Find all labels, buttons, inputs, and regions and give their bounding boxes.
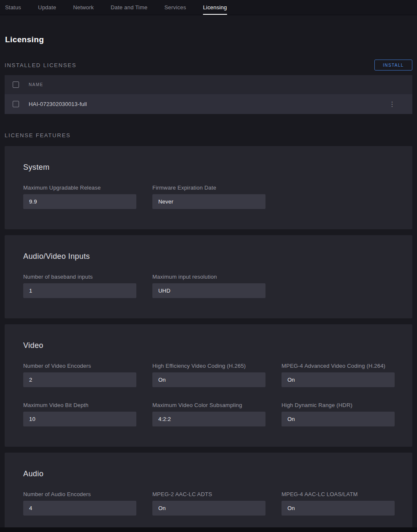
card-system: System Maximum Upgradable Release 9.9 Fi… (5, 146, 412, 229)
tab-date-and-time[interactable]: Date and Time (111, 0, 147, 15)
table-row[interactable]: HAI-072302030013-full ⋮ (5, 94, 412, 114)
field-bit-depth: Maximum Video Bit Depth 10 (23, 402, 136, 426)
field-value: On (282, 501, 395, 516)
license-name: HAI-072302030013-full (29, 101, 87, 107)
field-label: MPEG-2 AAC-LC ADTS (152, 491, 265, 497)
main-content: Licensing INSTALLED LICENSES INSTALL NAM… (0, 35, 417, 532)
top-nav: Status Update Network Date and Time Serv… (0, 0, 417, 15)
field-label: Maximum Upgradable Release (23, 185, 136, 191)
license-features-header-row: LICENSE FEATURES (5, 130, 412, 141)
field-color-subsampling: Maximum Video Color Subsampling 4:2:2 (152, 402, 265, 426)
field-max-input-resolution: Maximum input resolution UHD (152, 274, 265, 298)
licensing-page: Status Update Network Date and Time Serv… (0, 0, 417, 532)
field-aac-loas: MPEG-4 AAC-LC LOAS/LATM On (282, 491, 395, 516)
field-label: High Dynamic Range (HDR) (282, 402, 395, 408)
field-firmware-expiration: Firmware Expiration Date Never (152, 185, 265, 209)
fields-grid: Number of Audio Encoders 4 MPEG-2 AAC-LC… (23, 491, 394, 516)
field-value: 1 (23, 283, 136, 298)
field-label: Maximum Video Bit Depth (23, 402, 136, 408)
install-button[interactable]: INSTALL (374, 60, 412, 71)
field-label: Number of Audio Encoders (23, 491, 136, 497)
field-value: On (152, 501, 265, 516)
card-av-inputs: Audio/Video Inputs Number of baseband in… (5, 235, 412, 318)
field-label: Maximum input resolution (152, 274, 265, 280)
field-max-upgradable-release: Maximum Upgradable Release 9.9 (23, 185, 136, 209)
tab-network[interactable]: Network (73, 0, 94, 15)
select-all-checkbox[interactable] (13, 81, 19, 88)
field-hevc: High Efficiency Video Coding (H.265) On (152, 363, 265, 387)
licenses-table: NAME HAI-072302030013-full ⋮ (5, 75, 412, 114)
card-audio: Audio Number of Audio Encoders 4 MPEG-2 … (5, 453, 412, 532)
field-label: High Efficiency Video Coding (H.265) (152, 363, 265, 369)
card-title: Audio/Video Inputs (23, 252, 394, 261)
field-value: On (282, 372, 395, 387)
field-hdr: High Dynamic Range (HDR) On (282, 402, 395, 426)
fields-grid: Number of Video Encoders 2 High Efficien… (23, 363, 394, 426)
fields-grid: Number of baseband inputs 1 Maximum inpu… (23, 274, 394, 298)
field-value: 10 (23, 412, 136, 426)
licenses-table-header: NAME (5, 75, 412, 94)
field-value: 2 (23, 372, 136, 387)
field-value: On (152, 372, 265, 387)
card-video: Video Number of Video Encoders 2 High Ef… (5, 324, 412, 447)
page-title: Licensing (5, 35, 412, 44)
field-avc: MPEG-4 Advanced Video Coding (H.264) On (282, 363, 395, 387)
tab-services[interactable]: Services (164, 0, 186, 15)
field-audio-encoders: Number of Audio Encoders 4 (23, 491, 136, 516)
field-video-encoders: Number of Video Encoders 2 (23, 363, 136, 387)
field-value: Never (152, 194, 265, 209)
tab-update[interactable]: Update (38, 0, 56, 15)
field-value: 4:2:2 (152, 412, 265, 426)
field-value: UHD (152, 283, 265, 298)
fields-grid: Maximum Upgradable Release 9.9 Firmware … (23, 185, 394, 209)
field-label: Number of baseband inputs (23, 274, 136, 280)
field-label: MPEG-4 AAC-LC LOAS/LATM (282, 491, 395, 497)
bottom-edge (0, 527, 417, 532)
field-value: 4 (23, 501, 136, 516)
row-menu-kebab-icon[interactable]: ⋮ (387, 100, 397, 109)
name-column-header: NAME (29, 82, 43, 87)
license-features-heading: LICENSE FEATURES (5, 132, 70, 138)
field-label: Maximum Video Color Subsampling (152, 402, 265, 408)
field-baseband-inputs: Number of baseband inputs 1 (23, 274, 136, 298)
installed-licenses-heading: INSTALLED LICENSES (5, 62, 76, 68)
card-title: Video (23, 341, 394, 350)
field-value: On (282, 412, 395, 426)
tab-status[interactable]: Status (5, 0, 21, 15)
field-label: Firmware Expiration Date (152, 185, 265, 191)
row-checkbox[interactable] (13, 101, 19, 107)
card-title: System (23, 163, 394, 171)
tab-licensing[interactable]: Licensing (203, 0, 227, 15)
field-aac-adts: MPEG-2 AAC-LC ADTS On (152, 491, 265, 516)
field-value: 9.9 (23, 194, 136, 209)
field-label: MPEG-4 Advanced Video Coding (H.264) (282, 363, 395, 369)
card-title: Audio (23, 470, 394, 478)
installed-licenses-header-row: INSTALLED LICENSES INSTALL (5, 60, 412, 71)
field-label: Number of Video Encoders (23, 363, 136, 369)
